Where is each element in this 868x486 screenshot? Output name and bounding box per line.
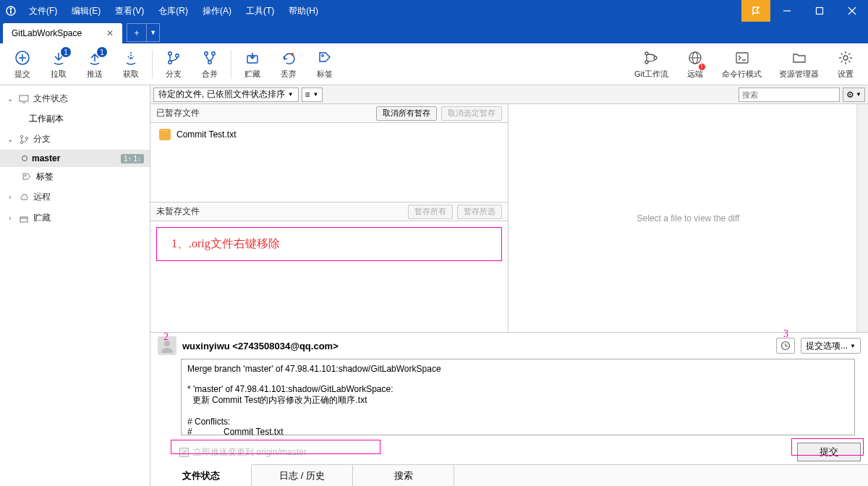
branch-icon bbox=[164, 48, 183, 67]
svg-point-1 bbox=[9, 7, 12, 9]
explorer-icon bbox=[790, 48, 809, 67]
commit-button[interactable]: 提交 bbox=[4, 46, 41, 82]
svg-point-15 bbox=[208, 61, 211, 64]
clock-icon bbox=[780, 341, 791, 351]
svg-rect-27 bbox=[20, 95, 28, 101]
modified-file-icon bbox=[159, 129, 171, 140]
remote-button[interactable]: 远端 bbox=[677, 46, 713, 82]
staged-file-row[interactable]: Commit Test.txt bbox=[153, 126, 505, 143]
svg-point-29 bbox=[20, 135, 22, 137]
staged-title: 已暂存文件 bbox=[156, 107, 372, 119]
svg-point-19 bbox=[645, 52, 648, 55]
gear-icon: ⚙ bbox=[846, 90, 854, 100]
current-branch-icon bbox=[22, 155, 27, 161]
menu-repo[interactable]: 仓库(R) bbox=[151, 0, 195, 22]
diff-scrollbar[interactable] bbox=[856, 104, 868, 332]
app-icon bbox=[0, 0, 22, 22]
list-icon: ≡ bbox=[305, 90, 310, 100]
sidebar-remotes[interactable]: › 远程 bbox=[0, 187, 150, 208]
close-button[interactable] bbox=[835, 0, 868, 22]
staged-file-name: Commit Test.txt bbox=[176, 129, 236, 140]
unstaged-title: 未暂存文件 bbox=[156, 205, 404, 218]
new-tab-button[interactable]: ＋ bbox=[127, 23, 147, 42]
sidebar-branches[interactable]: ⌄ 分支 bbox=[0, 129, 150, 150]
menu-tools[interactable]: 工具(T) bbox=[239, 0, 281, 22]
push-button[interactable]: 1 推送 bbox=[77, 46, 113, 82]
svg-point-12 bbox=[176, 54, 179, 57]
gitflow-button[interactable]: Git工作流 bbox=[626, 46, 677, 82]
merge-button[interactable]: 合并 bbox=[192, 46, 228, 82]
svg-point-11 bbox=[169, 61, 171, 64]
cloud-icon bbox=[19, 193, 29, 202]
commit-submit-button[interactable]: 提交 bbox=[797, 443, 861, 461]
explorer-button[interactable]: 资源管理器 bbox=[770, 46, 827, 82]
gear-icon bbox=[836, 48, 855, 67]
discard-button[interactable]: 丢弃 bbox=[271, 46, 307, 82]
sidebar-stashes[interactable]: › 贮藏 bbox=[0, 208, 150, 229]
svg-rect-4 bbox=[816, 8, 822, 14]
maximize-button[interactable] bbox=[803, 0, 835, 22]
stash-button[interactable]: 贮藏 bbox=[234, 46, 271, 82]
chevron-right-icon: › bbox=[6, 214, 14, 222]
terminal-icon bbox=[733, 48, 752, 67]
tab-log-history[interactable]: 日志 / 历史 bbox=[252, 465, 353, 486]
svg-point-17 bbox=[291, 53, 294, 56]
annotation-1: 1、.orig文件右键移除 bbox=[156, 227, 502, 261]
commit-message-input[interactable]: Merge branch 'master' of 47.98.41.101:sh… bbox=[181, 359, 855, 435]
stage-selected-button[interactable]: 暂存所选 bbox=[457, 205, 502, 219]
push-badge: 1 bbox=[97, 47, 107, 57]
stash-icon bbox=[19, 214, 29, 223]
branch-ahead-behind-badge: 1↑ 1↓ bbox=[121, 154, 144, 163]
tag-button[interactable]: 标签 bbox=[307, 46, 343, 82]
svg-point-26 bbox=[843, 56, 848, 60]
tab-dropdown-button[interactable]: ▼ bbox=[147, 23, 160, 42]
gitflow-icon bbox=[642, 48, 660, 67]
commit-history-button[interactable] bbox=[776, 338, 795, 354]
annotation-2: 2 bbox=[163, 331, 169, 343]
sidebar-working-copy[interactable]: 工作副本 bbox=[0, 109, 150, 129]
svg-point-31 bbox=[25, 137, 27, 139]
terminal-button[interactable]: 命令行模式 bbox=[713, 46, 770, 82]
menu-help[interactable]: 帮助(H) bbox=[281, 0, 326, 22]
commit-icon bbox=[13, 48, 32, 67]
pull-button[interactable]: 1 拉取 bbox=[41, 46, 77, 82]
fetch-button[interactable]: 获取 bbox=[113, 46, 149, 82]
sidebar-branch-master[interactable]: master 1↑ 1↓ bbox=[0, 150, 150, 167]
svg-point-32 bbox=[25, 175, 26, 176]
tab-file-status[interactable]: 文件状态 bbox=[150, 464, 252, 486]
svg-point-30 bbox=[20, 141, 22, 143]
branch-icon bbox=[19, 135, 29, 145]
repo-tab-title: GitLabWorkSpace bbox=[12, 28, 82, 38]
commit-options-dropdown[interactable]: 提交选项...▼ bbox=[801, 338, 861, 354]
chevron-down-icon: ⌄ bbox=[6, 95, 14, 103]
stash-icon bbox=[243, 48, 262, 67]
file-sort-dropdown[interactable]: 待定的文件, 已依照文件状态排序▼ bbox=[153, 88, 299, 102]
repo-tab[interactable]: GitLabWorkSpace ✕ bbox=[3, 23, 122, 43]
sidebar-file-status[interactable]: ⌄ 文件状态 bbox=[0, 88, 150, 109]
close-tab-icon[interactable]: ✕ bbox=[103, 27, 116, 40]
svg-point-18 bbox=[322, 55, 324, 57]
tab-search[interactable]: 搜索 bbox=[353, 465, 454, 486]
view-mode-dropdown[interactable]: ≡▼ bbox=[302, 88, 323, 102]
unstage-all-button[interactable]: 取消所有暂存 bbox=[376, 106, 437, 121]
sidebar-tags[interactable]: 标签 bbox=[0, 167, 150, 187]
tag-icon bbox=[22, 172, 32, 182]
search-box[interactable]: 🔍 bbox=[739, 88, 840, 102]
unstage-selected-button[interactable]: 取消选定暂存 bbox=[441, 106, 502, 121]
menu-edit[interactable]: 编辑(E) bbox=[64, 0, 108, 22]
diff-placeholder: Select a file to view the diff bbox=[637, 213, 740, 223]
svg-point-21 bbox=[654, 56, 657, 59]
discard-icon bbox=[279, 48, 298, 67]
stage-all-button[interactable]: 暂存所有 bbox=[408, 205, 453, 219]
search-input[interactable] bbox=[742, 90, 842, 99]
menu-file[interactable]: 文件(F) bbox=[22, 0, 64, 22]
settings-button[interactable]: 设置 bbox=[827, 46, 864, 82]
menu-actions[interactable]: 操作(A) bbox=[195, 0, 239, 22]
svg-rect-2 bbox=[10, 10, 12, 14]
minimize-button[interactable] bbox=[770, 0, 803, 22]
push-immediately-checkbox[interactable]: ✓ bbox=[179, 448, 189, 457]
view-options-dropdown[interactable]: ⚙▼ bbox=[843, 88, 865, 102]
notification-flag[interactable] bbox=[741, 0, 770, 22]
branch-button[interactable]: 分支 bbox=[156, 46, 192, 82]
menu-view[interactable]: 查看(V) bbox=[108, 0, 151, 22]
